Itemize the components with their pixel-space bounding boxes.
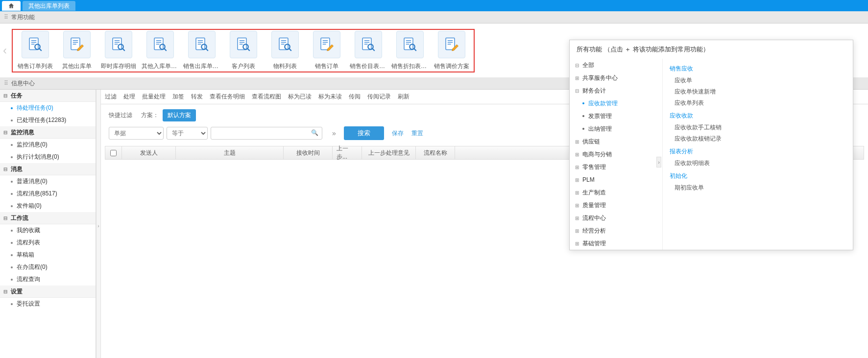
col-subject[interactable]: 主题	[176, 146, 284, 159]
tb-circ[interactable]: 传阅	[349, 93, 361, 101]
cat-msg[interactable]: ⊟消息	[0, 163, 96, 175]
tree-basic[interactable]: ⊞基础管理	[570, 237, 662, 250]
item-wf-fav[interactable]: 我的收藏	[0, 224, 96, 237]
link-writeoff-record[interactable]: 应收收款核销记录	[670, 133, 846, 144]
tree-ar[interactable]: 应收款管理	[570, 97, 662, 110]
item-monitor-plan[interactable]: 执行计划消息(0)	[0, 151, 96, 163]
link-ar-quick[interactable]: 应收单快速新增	[670, 86, 846, 97]
svg-line-55	[414, 48, 416, 51]
col-sender[interactable]: 发送人	[122, 146, 176, 159]
func-label: 物料列表	[273, 62, 297, 71]
tree-share[interactable]: ⊞共享服务中心	[570, 72, 662, 84]
item-wf-draft[interactable]: 草稿箱	[0, 249, 96, 261]
cat-workflow[interactable]: ⊟工作流	[0, 212, 96, 224]
func-label: 即时库存明细	[101, 62, 136, 71]
col-last-step[interactable]: 上一步...	[333, 146, 362, 159]
tree-cashier[interactable]: 出纳管理	[570, 122, 662, 135]
grip-icon[interactable]: ⠿	[4, 14, 7, 21]
item-done-task[interactable]: 已处理任务(12283)	[0, 114, 96, 126]
list-head-ar-receipt: 应收收款	[670, 112, 846, 120]
func-item-3[interactable]: 其他入库单列...	[142, 31, 178, 71]
scroll-left[interactable]: ‹	[0, 28, 10, 72]
item-msg-flow[interactable]: 流程消息(8517)	[0, 188, 96, 200]
tab-home[interactable]	[2, 1, 21, 11]
link-ar-list[interactable]: 应收单列表	[670, 97, 846, 109]
tree-plm[interactable]: ⊞PLM	[570, 173, 662, 186]
func-item-1[interactable]: 其他出库单	[58, 31, 95, 71]
func-item-9[interactable]: 销售折扣表列...	[391, 31, 428, 71]
tree-mfg[interactable]: ⊞生产制造	[570, 186, 662, 199]
tree-supply[interactable]: ⊞供应链	[570, 135, 662, 148]
tree-ecom[interactable]: ⊞电商与分销	[570, 148, 662, 161]
tree-flowcenter[interactable]: ⊞流程中心	[570, 212, 662, 224]
func-label: 销售订单	[315, 62, 338, 71]
cat-settings[interactable]: ⊟设置	[0, 286, 96, 298]
search-icon[interactable]: 🔍	[311, 129, 318, 136]
item-monitor-msg[interactable]: 监控消息(0)	[0, 139, 96, 151]
save-link[interactable]: 保存	[392, 129, 404, 138]
link-manual-writeoff[interactable]: 应收收款手工核销	[670, 122, 846, 133]
reset-link[interactable]: 重置	[411, 129, 423, 138]
col-recv[interactable]: 接收时间	[284, 146, 333, 159]
tab-other-outbound[interactable]: 其他出库单列表	[23, 1, 75, 11]
tb-batch[interactable]: 批量处理	[142, 93, 166, 101]
item-msg-out[interactable]: 发件箱(0)	[0, 200, 96, 212]
tb-unread[interactable]: 标为未读	[318, 93, 342, 101]
tree-all[interactable]: ⊟全部	[570, 59, 662, 72]
item-wf-query[interactable]: 流程查询	[0, 273, 96, 286]
filter-value-input[interactable]	[211, 127, 322, 140]
select-all-checkbox[interactable]	[110, 150, 117, 156]
tree-retail[interactable]: ⊞零售管理	[570, 161, 662, 173]
filter-op-select[interactable]: 等于	[167, 127, 208, 140]
splitter[interactable]: ›	[96, 90, 101, 358]
func-item-5[interactable]: 客户列表	[225, 31, 262, 71]
tree-invoice[interactable]: 发票管理	[570, 110, 662, 122]
tb-read[interactable]: 标为已读	[288, 93, 312, 101]
link-ar[interactable]: 应收单	[670, 75, 846, 86]
func-item-0[interactable]: 销售订单列表	[17, 31, 53, 71]
tb-sign[interactable]: 加签	[172, 93, 184, 101]
link-init-ar[interactable]: 期初应收单	[670, 182, 846, 193]
func-item-7[interactable]: 销售订单	[308, 31, 345, 71]
all-functions-popup: 所有功能 （点击 ＋ 将该功能添加到常用功能） ⊟全部 ⊞共享服务中心 ⊟财务会…	[569, 40, 853, 250]
tb-forward[interactable]: 转发	[191, 93, 203, 101]
tree-quality[interactable]: ⊞质量管理	[570, 199, 662, 212]
document-search-icon	[105, 31, 132, 58]
tb-filter[interactable]: 过滤	[105, 93, 117, 101]
document-edit-icon	[313, 31, 340, 58]
col-flow-name[interactable]: 流程名称	[416, 146, 455, 159]
document-edit-icon	[63, 31, 91, 58]
home-icon	[8, 2, 15, 9]
item-msg-common[interactable]: 普通消息(0)	[0, 175, 96, 188]
tree-finance[interactable]: ⊟财务会计	[570, 84, 662, 97]
func-item-4[interactable]: 销售出库单列...	[183, 31, 220, 71]
link-ar-detail-report[interactable]: 应收款明细表	[670, 158, 846, 169]
tb-process[interactable]: 处理	[123, 93, 135, 101]
tb-refresh[interactable]: 刷新	[398, 93, 410, 101]
func-item-10[interactable]: 销售调价方案	[433, 31, 470, 71]
default-scheme-button[interactable]: 默认方案	[163, 109, 196, 121]
document-search-icon	[146, 31, 174, 58]
search-button[interactable]: 搜索	[344, 126, 384, 140]
expand-filters[interactable]: »	[332, 129, 336, 137]
func-label: 销售调价方案	[434, 62, 469, 71]
tb-circ-rec[interactable]: 传阅记录	[367, 93, 391, 101]
grip-icon[interactable]: ⠿	[4, 80, 7, 87]
tree-analysis[interactable]: ⊞经营分析	[570, 224, 662, 237]
func-item-2[interactable]: 即时库存明细	[100, 31, 137, 71]
item-wf-doing[interactable]: 在办流程(0)	[0, 261, 96, 273]
document-search-icon	[230, 31, 257, 58]
cat-task[interactable]: ⊟任务	[0, 90, 96, 102]
item-set-delegate[interactable]: 委托设置	[0, 298, 96, 310]
cat-monitor[interactable]: ⊟监控消息	[0, 126, 96, 139]
tb-detail[interactable]: 查看任务明细	[210, 93, 245, 101]
tb-flow[interactable]: 查看流程图	[252, 93, 281, 101]
func-item-6[interactable]: 物料列表	[266, 31, 303, 71]
filter-field-select[interactable]: 单据	[109, 127, 164, 140]
list-head-init: 初始化	[670, 172, 846, 180]
scheme-label: 方案：	[141, 111, 159, 119]
item-pending-task[interactable]: 待处理任务(0)	[0, 102, 96, 114]
func-item-8[interactable]: 销售价目表列...	[350, 31, 386, 71]
item-wf-list[interactable]: 流程列表	[0, 237, 96, 249]
col-last-opinion[interactable]: 上一步处理意见	[362, 146, 416, 159]
